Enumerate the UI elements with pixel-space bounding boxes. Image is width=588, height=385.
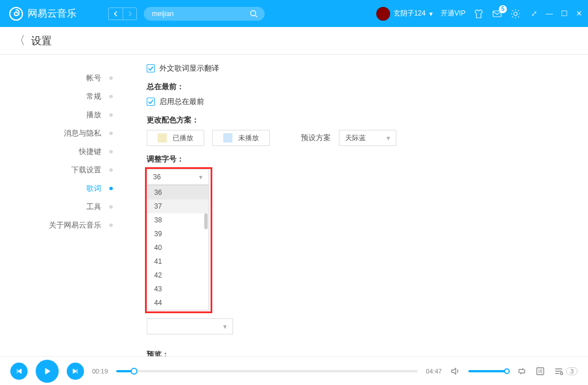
sidenav-tools[interactable]: 工具	[0, 198, 121, 216]
preset-select[interactable]: 天际蓝 ▼	[339, 130, 396, 146]
player-bar: 00:19 04:47 词 3	[0, 356, 588, 385]
sidenav-lyrics[interactable]: 歌词	[0, 179, 121, 198]
sidenav-about[interactable]: 关于网易云音乐	[0, 216, 121, 234]
playlist-button[interactable]: 3	[553, 366, 578, 376]
fontsize-select[interactable]: 36 ▼	[147, 169, 209, 185]
play-button[interactable]	[36, 360, 59, 383]
gear-icon	[510, 9, 521, 19]
volume-slider[interactable]	[468, 370, 509, 372]
swatch-played-color	[158, 133, 167, 143]
window-controls: ⤢ — ☐ ✕	[531, 9, 582, 18]
caret-down-icon: ▼	[222, 324, 228, 330]
progress-slider[interactable]	[116, 370, 418, 372]
username: 玄阴子124	[394, 9, 426, 18]
time-elapsed: 00:19	[92, 368, 108, 375]
open-vip-button[interactable]: 开通VIP	[441, 9, 465, 18]
check-icon	[148, 99, 154, 105]
search-icon	[250, 10, 258, 18]
settings-button[interactable]	[510, 9, 521, 19]
mail-button[interactable]: 5	[492, 9, 502, 19]
fontsize-option[interactable]: 41	[147, 255, 208, 268]
search-input[interactable]	[152, 10, 250, 18]
sidenav-download[interactable]: 下载设置	[0, 161, 121, 179]
sidenav-shortcut[interactable]: 快捷键	[0, 143, 121, 161]
sidenav-privacy[interactable]: 消息与隐私	[0, 124, 121, 143]
swatch-unplayed[interactable]: 未播放	[212, 130, 270, 146]
caret-down-icon: ▾	[429, 10, 433, 18]
play-icon	[43, 367, 52, 376]
always-top-title: 总在最前：	[147, 82, 588, 92]
queue-count: 3	[566, 367, 578, 375]
svg-text:词: 词	[538, 369, 543, 374]
fontsize-option[interactable]: 40	[147, 241, 208, 255]
avatar[interactable]	[376, 7, 390, 21]
back-chevron[interactable]: 〈	[14, 33, 25, 48]
svg-line-2	[255, 16, 257, 17]
theme-title: 更改配色方案：	[147, 115, 588, 125]
nav-back-button[interactable]	[108, 7, 123, 20]
lyrics-icon[interactable]: 词	[535, 366, 545, 376]
caret-down-icon: ▼	[198, 174, 204, 180]
always-top-checkbox[interactable]: 启用总在最前	[147, 97, 588, 107]
svg-point-4	[514, 12, 517, 16]
mini-mode-button[interactable]: ⤢	[531, 9, 537, 18]
swatch-played[interactable]: 已播放	[147, 130, 204, 146]
logo-icon	[9, 7, 23, 21]
app-logo: 网易云音乐	[9, 7, 77, 21]
playlist-icon	[553, 366, 564, 376]
nav-forward-button[interactable]	[123, 7, 137, 20]
translate-lyrics-checkbox[interactable]: 外文歌词显示翻译	[147, 63, 588, 74]
fontsize-option[interactable]: 44	[147, 296, 208, 310]
prev-icon	[16, 368, 22, 375]
fontsize-option[interactable]: 38	[147, 213, 208, 227]
loop-icon[interactable]	[517, 366, 527, 376]
preset-label: 预设方案	[301, 133, 331, 143]
svg-point-7	[560, 372, 563, 375]
chevron-right-icon	[128, 11, 132, 17]
secondary-select[interactable]: ▼	[147, 318, 233, 334]
fontsize-title: 调整字号：	[147, 154, 588, 164]
time-total: 04:47	[426, 368, 442, 375]
check-icon	[148, 66, 154, 71]
sidenav-account[interactable]: 帐号	[0, 69, 121, 87]
settings-sidenav: 帐号 常规 播放 消息与隐私 快捷键 下载设置 歌词 工具 关于网易云音乐	[0, 55, 121, 356]
maximize-button[interactable]: ☐	[561, 9, 568, 18]
close-button[interactable]: ✕	[576, 9, 582, 18]
chevron-left-icon	[113, 11, 118, 17]
settings-content: 外文歌词显示翻译 总在最前： 启用总在最前 更改配色方案： 已播放 未播放 预设…	[121, 55, 588, 356]
next-button[interactable]	[67, 363, 84, 380]
sidenav-general[interactable]: 常规	[0, 87, 121, 106]
prev-button[interactable]	[10, 363, 28, 380]
fontsize-block: 36 ▼ 36 37 38 39 40 41 42 43 44	[147, 169, 210, 185]
fontsize-option[interactable]: 42	[147, 268, 208, 282]
app-name: 网易云音乐	[28, 7, 77, 20]
swatch-unplayed-color	[223, 133, 232, 143]
sidenav-playback[interactable]: 播放	[0, 106, 121, 124]
skin-button[interactable]	[474, 9, 484, 19]
fontsize-option[interactable]: 39	[147, 227, 208, 241]
fontsize-dropdown[interactable]: 36 37 38 39 40 41 42 43 44	[147, 185, 209, 310]
fontsize-option[interactable]: 37	[147, 199, 208, 213]
page-title: 设置	[31, 34, 52, 48]
svg-point-1	[251, 10, 256, 16]
nav-buttons	[108, 7, 137, 20]
page-header: 〈 设置	[0, 27, 588, 55]
user-block[interactable]: 玄阴子124 ▾	[376, 7, 433, 21]
title-bar: 网易云音乐 玄阴子124 ▾ 开通VIP 5 ⤢ — ☐ ✕	[0, 0, 588, 27]
mail-badge: 5	[499, 5, 507, 13]
volume-icon[interactable]	[450, 366, 460, 376]
search-box[interactable]	[144, 7, 265, 21]
minimize-button[interactable]: —	[545, 9, 553, 18]
fontsize-option[interactable]: 43	[147, 282, 208, 296]
dropdown-scrollbar[interactable]	[204, 213, 208, 229]
caret-down-icon: ▼	[385, 135, 391, 141]
next-icon	[72, 368, 79, 375]
shirt-icon	[474, 9, 484, 19]
fontsize-option[interactable]: 36	[147, 186, 208, 199]
